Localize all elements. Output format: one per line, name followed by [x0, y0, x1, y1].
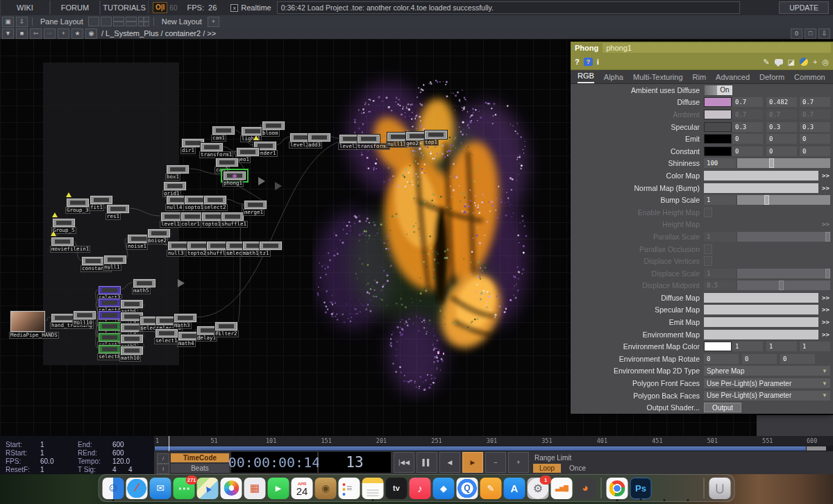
dock-icon-chrome[interactable]	[607, 478, 628, 499]
comment-icon[interactable]	[775, 59, 783, 65]
layout-preset-vsplit[interactable]	[101, 17, 112, 26]
node-select4[interactable]	[99, 299, 121, 307]
python-help-icon[interactable]: ?	[584, 58, 593, 66]
node-cam1[interactable]	[212, 126, 235, 135]
tsig-value-2[interactable]: 4	[128, 466, 133, 473]
node-top1[interactable]	[425, 131, 447, 139]
dock-icon-stats[interactable]: ▃▅▇	[551, 478, 573, 499]
help-icon[interactable]: ?	[575, 58, 580, 66]
stop-icon[interactable]: ■	[16, 28, 28, 39]
param-control[interactable]: On	[704, 85, 833, 95]
operator-name-field[interactable]: phong1	[603, 43, 831, 53]
node-color1[interactable]	[181, 212, 203, 221]
node-merge1[interactable]	[244, 201, 267, 209]
step-back-button[interactable]: ◀	[439, 452, 460, 473]
node-Group_5[interactable]	[53, 219, 75, 227]
node-transform2[interactable]	[357, 135, 380, 143]
node-null10[interactable]	[74, 311, 96, 319]
node-select3[interactable]	[99, 286, 121, 294]
dock-icon-appletv[interactable]: tv	[386, 478, 407, 499]
node-bloom[interactable]	[262, 121, 285, 130]
node-phong1[interactable]	[224, 171, 246, 180]
fps-value[interactable]: 60.0	[40, 457, 53, 465]
tutorials-menu[interactable]: TUTORIALS	[100, 1, 149, 15]
node-select2[interactable]	[204, 196, 226, 204]
rend-value[interactable]: 600	[112, 449, 124, 457]
dock-icon-appstore[interactable]: A	[504, 478, 525, 499]
dock-icon-music[interactable]: ♪	[410, 478, 431, 499]
layout-preset-grid[interactable]	[138, 17, 149, 26]
node-level1[interactable]	[161, 212, 183, 221]
dock-icon-finder[interactable]: ☺	[103, 478, 124, 499]
loop-button[interactable]: Loop	[533, 464, 561, 473]
node-cam3[interactable]	[216, 158, 238, 167]
resetf-value[interactable]: 1	[40, 466, 44, 473]
node-Group_3[interactable]	[67, 199, 89, 207]
dialog-titlebar[interactable]: Phong phong1	[571, 42, 833, 54]
layout-preset-hsplit[interactable]	[113, 17, 124, 26]
param-control[interactable]: >>	[704, 317, 833, 327]
node-add3[interactable]	[308, 133, 330, 142]
param-control[interactable]: 000	[704, 354, 833, 364]
star-icon[interactable]: ★	[71, 28, 83, 39]
node-select8[interactable]	[99, 345, 121, 353]
param-control[interactable]: >>	[704, 171, 833, 180]
save-layout-icon[interactable]: ⇩	[16, 17, 28, 27]
param-control[interactable]: Use Per-Light(s) Parameter▼	[704, 391, 833, 401]
node-select7[interactable]	[99, 333, 121, 342]
layout-preset-single[interactable]	[88, 17, 99, 26]
realtime-checkbox[interactable]: x	[230, 4, 238, 12]
dock-icon-photos[interactable]	[221, 478, 242, 499]
collapse-pane-icon[interactable]: ⇩	[818, 28, 830, 39]
param-control[interactable]	[704, 244, 833, 254]
param-control[interactable]: Output	[704, 403, 833, 412]
node-tz1[interactable]	[260, 242, 282, 250]
update-button[interactable]: UPDATE	[779, 1, 829, 14]
range-bar[interactable]	[154, 446, 833, 451]
param-control[interactable]: >>	[704, 305, 833, 314]
node-select6[interactable]	[99, 322, 121, 330]
node-grid1[interactable]	[164, 182, 186, 190]
node-noise2[interactable]	[148, 229, 170, 237]
dock-icon-td1[interactable]	[654, 478, 675, 499]
node-geo1[interactable]	[237, 148, 259, 156]
dock-icon-photoshop[interactable]: Ps	[630, 478, 652, 499]
node-math5[interactable]	[133, 279, 155, 287]
param-control[interactable]: 1	[704, 195, 833, 205]
param-control[interactable]: 0.70.4820.7	[704, 97, 833, 107]
node-fit1[interactable]	[90, 196, 112, 204]
playhead[interactable]	[169, 436, 169, 451]
tab-alpha[interactable]: Alpha	[604, 73, 623, 83]
info-icon[interactable]: i	[597, 58, 599, 66]
add-parameter-icon[interactable]: +	[813, 58, 817, 66]
dock-icon-pages[interactable]: ✎	[480, 478, 502, 499]
ibeam-option-button[interactable]: I	[157, 464, 169, 474]
range-fill[interactable]	[155, 446, 806, 451]
dock-icon-td2[interactable]	[678, 478, 699, 499]
dock-icon-reminders[interactable]: ≡	[339, 478, 360, 499]
speed-minus-button[interactable]: −	[485, 452, 506, 473]
node-res1[interactable]	[107, 205, 129, 213]
copy-parameters-icon[interactable]: ◪	[788, 58, 795, 67]
layout-preset-three[interactable]	[126, 17, 137, 26]
tab-deform[interactable]: Deform	[759, 73, 784, 83]
node-filter2[interactable]	[215, 322, 237, 330]
dock-icon-blender[interactable]: ◕	[575, 478, 596, 499]
forum-menu[interactable]: FORUM	[50, 1, 100, 15]
dock-icon-facetime[interactable]: ▶	[268, 478, 289, 499]
tab-common[interactable]: Common	[794, 73, 825, 83]
node-math9[interactable]	[121, 335, 143, 343]
param-control[interactable]: >>	[704, 219, 833, 229]
dock-icon-notes[interactable]	[362, 478, 384, 499]
dock-icon-settings[interactable]: ⚙1	[528, 478, 549, 499]
tab-rim[interactable]: Rim	[693, 73, 707, 83]
node-math10[interactable]	[121, 346, 143, 355]
edit-expression-icon[interactable]: ✎	[763, 58, 769, 67]
dock-icon-safari[interactable]: ∕	[126, 478, 148, 499]
add-layout-button[interactable]: +	[208, 17, 219, 27]
param-control[interactable]: 0.70.70.7	[704, 110, 833, 119]
timeline-settings[interactable]: Start: 1 RStart: 1 FPS: 60.0 ResetF: 1 E…	[0, 436, 154, 474]
play-button[interactable]: ▶	[462, 452, 483, 473]
speed-plus-button[interactable]: +	[508, 452, 529, 473]
dock-icon-mail[interactable]: ✉	[150, 478, 171, 499]
